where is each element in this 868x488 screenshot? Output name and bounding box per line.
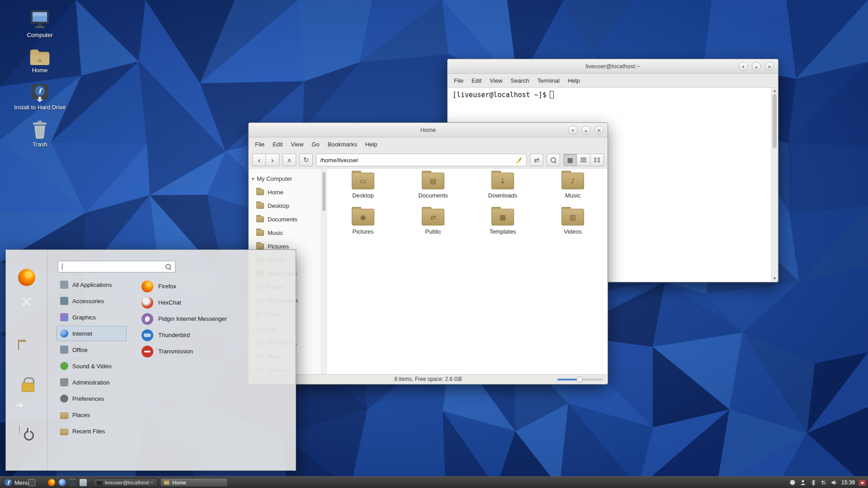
app-item-firefox[interactable]: Firefox [139,279,288,294]
shutdown-icon[interactable] [19,425,20,434]
sidebar-item-desktop[interactable]: Desktop [249,199,326,212]
show-desktop-button[interactable] [28,479,35,486]
location-input[interactable] [320,157,513,164]
category-sound-video[interactable]: Sound & Video [57,358,127,374]
maximize-button[interactable] [752,62,761,71]
scrollbar-thumb[interactable] [322,172,326,211]
sidebar-header-my-computer[interactable]: ▾ My Computer [249,172,326,185]
desktop-icon-trash[interactable]: Trash [9,120,71,148]
downloads-emblem-icon: ↓ [492,173,514,189]
search-icon [551,157,557,163]
app-item-transmission[interactable]: Transmission [139,344,288,359]
sidebar-item-documents[interactable]: Documents [249,212,326,226]
forward-button[interactable] [266,154,279,166]
search-button[interactable] [547,154,560,166]
zoom-slider-fill [557,379,579,380]
category-preferences[interactable]: Preferences [57,391,127,406]
desktop-icon-install[interactable]: f Install to Hard Drive [9,82,71,111]
list-view-button[interactable] [577,154,590,166]
sidebar-scrollbar[interactable] [321,169,326,374]
launcher-files-icon[interactable] [80,479,87,486]
zoom-slider[interactable] [557,379,603,380]
location-bar[interactable] [316,154,527,166]
app-item-thunderbird[interactable]: Thunderbird [139,328,288,343]
clock[interactable]: 15:39 [841,479,855,486]
icon-view-button[interactable] [563,154,577,166]
folder-icon: ▤ [422,173,444,189]
maximize-button[interactable] [581,126,590,135]
bluetooth-icon[interactable] [810,479,816,486]
taskbar-window-terminal[interactable]: liveuser@localhost:~ [93,478,158,487]
desktop-icon-home[interactable]: ⌂ Home [9,48,71,74]
favorite-firefox-icon[interactable] [18,269,35,286]
file-grid[interactable]: ▭ Desktop ▤ Documents ↓ Downloads ♪ Musi… [327,169,607,374]
terminal-titlebar[interactable]: liveuser@localhost:~ [448,59,778,74]
menu-help[interactable]: Help [361,139,382,150]
category-internet[interactable]: Internet [57,326,127,341]
category-office[interactable]: Office [57,342,127,357]
scroll-down-icon[interactable]: ▼ [772,277,778,281]
toggle-location-entry-button[interactable] [530,154,543,166]
sidebar-item-home[interactable]: Home [249,185,326,199]
menu-help[interactable]: Help [564,75,584,86]
printer-icon[interactable] [789,479,796,486]
scrollbar-thumb[interactable] [773,94,777,148]
launcher-firefox-icon[interactable] [48,479,55,486]
app-item-hexchat[interactable]: HexChat [139,295,288,310]
user-icon[interactable] [800,479,806,486]
file-item-templates[interactable]: ▦ Templates [471,209,534,235]
videos-emblem-icon: ▥ [562,209,584,225]
volume-icon[interactable] [831,479,837,486]
minimize-button[interactable] [568,126,577,135]
file-item-pictures[interactable]: ◉ Pictures [331,209,395,235]
file-item-documents[interactable]: ▤ Documents [401,173,465,199]
session-indicator-icon[interactable] [859,480,866,486]
menu-edit[interactable]: Edit [467,75,486,86]
favorites-column [6,250,47,470]
taskbar-window-home[interactable]: Home [160,478,228,487]
sidebar-item-music[interactable]: Music [249,226,326,239]
network-icon[interactable] [821,479,827,486]
menu-search-box[interactable] [58,261,175,272]
menu-file[interactable]: File [251,139,269,150]
launcher-browser-icon[interactable] [59,479,66,486]
compact-view-button[interactable] [590,154,604,166]
zoom-slider-handle[interactable] [576,376,583,383]
menu-search[interactable]: Search [506,75,533,86]
file-item-public[interactable]: ⇄ Public [401,209,465,235]
menu-go[interactable]: Go [307,139,323,150]
clear-location-broom-icon[interactable] [515,156,523,164]
menu-view[interactable]: View [486,75,506,86]
file-item-desktop[interactable]: ▭ Desktop [331,173,395,199]
menu-edit[interactable]: Edit [269,139,287,150]
category-graphics[interactable]: Graphics [57,310,127,325]
category-recent-files[interactable]: Recent Files [57,423,127,439]
category-all-applications[interactable]: All Applications [57,277,127,292]
close-button[interactable] [765,62,774,71]
desktop-icon-computer[interactable]: Computer [9,10,71,38]
up-button[interactable] [283,154,296,166]
launcher-terminal-icon[interactable] [69,479,76,486]
scroll-up-icon[interactable]: ▲ [772,89,778,93]
file-manager-titlebar[interactable]: Home [249,123,608,137]
category-administration[interactable]: Administration [57,375,127,390]
category-accessories[interactable]: Accessories [57,293,127,309]
menu-terminal[interactable]: Terminal [533,75,564,86]
folder-icon: ▥ [561,209,584,225]
file-item-videos[interactable]: ▥ Videos [541,209,604,235]
menu-file[interactable]: File [450,75,467,86]
terminal-scrollbar[interactable]: ▲ ▼ [771,88,778,282]
close-button[interactable] [594,126,604,135]
back-button[interactable] [252,154,266,166]
app-item-pidgin[interactable]: Pidgin Internet Messenger [139,311,288,326]
favorite-files-icon[interactable] [18,342,19,350]
reload-button[interactable] [299,154,313,166]
menu-search-input[interactable] [65,263,163,270]
expander-icon: ▾ [252,176,254,181]
menu-view[interactable]: View [287,139,307,150]
menu-bookmarks[interactable]: Bookmarks [324,139,361,150]
category-places[interactable]: Places [57,407,127,422]
file-item-downloads[interactable]: ↓ Downloads [471,173,534,199]
minimize-button[interactable] [739,62,748,71]
file-item-music[interactable]: ♪ Music [541,173,604,199]
